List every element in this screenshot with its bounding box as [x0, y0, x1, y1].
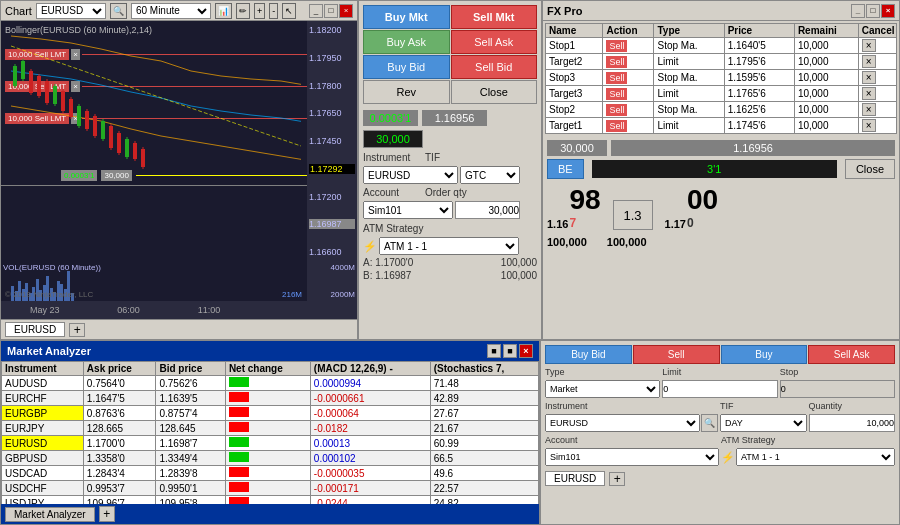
- ab-row-b: B: 1.16987 100,000: [359, 269, 541, 282]
- fxpro-search-btn[interactable]: 🔍: [701, 414, 718, 432]
- limit-input[interactable]: [662, 380, 777, 398]
- ma-tab[interactable]: Market Analyzer: [5, 507, 95, 522]
- ma-col-stoch: (Stochastics 7,: [430, 362, 538, 376]
- price-3: 1.17800: [309, 81, 355, 91]
- order-type: Stop Ma.: [654, 70, 724, 86]
- svg-rect-24: [109, 126, 113, 148]
- fxpro-qty-input[interactable]: [809, 414, 896, 432]
- ma-add-tab-btn[interactable]: +: [99, 506, 115, 522]
- svg-rect-32: [141, 149, 145, 167]
- ma-icon-2[interactable]: ■: [503, 344, 517, 358]
- ma-net-indicator: [225, 406, 310, 421]
- fxpro-buy-bid-btn[interactable]: Buy Bid: [545, 345, 632, 364]
- buy-bid-button[interactable]: Buy Bid: [363, 55, 449, 79]
- minimize-btn[interactable]: _: [309, 4, 323, 18]
- qty-input[interactable]: [363, 130, 423, 148]
- time-label-1: May 23: [30, 305, 60, 315]
- fxpro-instrument-select[interactable]: EURUSD: [545, 414, 700, 432]
- order-price: 1.1625'6: [724, 102, 794, 118]
- sell-mkt-button[interactable]: Sell Mkt: [451, 5, 538, 29]
- fxpro-close-btn[interactable]: ×: [881, 4, 895, 18]
- fxpro-maximize-btn[interactable]: □: [866, 4, 880, 18]
- ma-bid: 1.1698'7: [156, 436, 225, 451]
- search-button[interactable]: 🔍: [110, 3, 127, 19]
- fxpro-order-row: Target3 Sell Limit 1.1765'6 10,000 ×: [546, 86, 897, 102]
- zoom-out-btn[interactable]: -: [269, 3, 278, 19]
- ma-col-bid: Bid price: [156, 362, 225, 376]
- stop-input[interactable]: [780, 380, 895, 398]
- ma-row: AUDUSD 0.7564'0 0.7562'6 0.0000994 71.48: [2, 376, 539, 391]
- svg-rect-26: [117, 133, 121, 153]
- col-price: Price: [724, 24, 794, 38]
- atm-with-icon: ⚡ ATM 1 - 1: [721, 448, 895, 466]
- fxpro-atm-select[interactable]: ATM 1 - 1: [736, 448, 895, 466]
- price-8: 1.16987: [309, 219, 355, 229]
- fxpro-tif-select[interactable]: DAY: [720, 414, 807, 432]
- maximize-btn[interactable]: □: [324, 4, 338, 18]
- order-name: Target2: [546, 54, 603, 70]
- fxpro-buy-btn[interactable]: Buy: [721, 345, 808, 364]
- stop-label: Stop: [780, 367, 895, 377]
- b-value: 100,000: [501, 270, 537, 281]
- type-select[interactable]: Market: [545, 380, 660, 398]
- sell-bid-button[interactable]: Sell Bid: [451, 55, 538, 79]
- order-qty-input[interactable]: [455, 201, 520, 219]
- order-name: Stop2: [546, 102, 603, 118]
- account-select[interactable]: Sim101: [363, 201, 453, 219]
- buy-mkt-button[interactable]: Buy Mkt: [363, 5, 449, 29]
- close-lmt-1[interactable]: ×: [71, 49, 80, 60]
- pencil-btn[interactable]: ✏: [236, 3, 250, 19]
- ma-stoch: 42.89: [430, 391, 538, 406]
- ma-bid: 0.9950'1: [156, 481, 225, 496]
- atm-strategy-select[interactable]: ATM 1 - 1: [379, 237, 519, 255]
- fxpro-account-select[interactable]: Sim101: [545, 448, 719, 466]
- order-price-display: 1.16956: [422, 110, 487, 126]
- ma-col-ask: Ask price: [83, 362, 156, 376]
- timeframe-select[interactable]: 60 Minute: [131, 3, 211, 19]
- order-price: 1.1745'6: [724, 118, 794, 134]
- instrument-select[interactable]: EURUSD: [363, 166, 458, 184]
- close-button[interactable]: Close: [451, 80, 538, 104]
- close-lmt-2[interactable]: ×: [71, 81, 80, 92]
- order-cancel[interactable]: ×: [858, 102, 896, 118]
- ma-macd: -0.0000661: [310, 391, 430, 406]
- ma-stoch: 24.82: [430, 496, 538, 505]
- be-button[interactable]: BE: [547, 159, 584, 179]
- chart-icon-btn[interactable]: 📊: [215, 3, 232, 19]
- add-chart-tab-btn[interactable]: +: [69, 323, 85, 337]
- chart-tab[interactable]: EURUSD: [5, 322, 65, 337]
- lot-right: 100,000: [607, 236, 647, 248]
- fxpro-sell-ask-btn[interactable]: Sell Ask: [808, 345, 895, 364]
- close-lmt-3[interactable]: ×: [71, 113, 80, 124]
- rev-button[interactable]: Rev: [363, 80, 449, 104]
- a-value: 100,000: [501, 257, 537, 268]
- zoom-in-btn[interactable]: +: [254, 3, 265, 19]
- price-right-main: 1.17: [665, 218, 686, 230]
- tif-select[interactable]: GTC: [460, 166, 520, 184]
- ma-row: GBPUSD 1.3358'0 1.3349'4 0.000102 66.5: [2, 451, 539, 466]
- order-cancel[interactable]: ×: [858, 38, 896, 54]
- fxpro-minimize-btn[interactable]: _: [851, 4, 865, 18]
- order-cancel[interactable]: ×: [858, 70, 896, 86]
- order-cancel[interactable]: ×: [858, 54, 896, 70]
- order-cancel[interactable]: ×: [858, 118, 896, 134]
- cursor-btn[interactable]: ↖: [282, 3, 296, 19]
- fxpro-close-position-btn[interactable]: Close: [845, 159, 895, 179]
- order-cancel[interactable]: ×: [858, 86, 896, 102]
- ma-close-btn[interactable]: ×: [519, 344, 533, 358]
- fxpro-add-tab-btn[interactable]: +: [609, 472, 625, 486]
- fxpro-sell-btn[interactable]: Sell: [633, 345, 720, 364]
- buy-ask-button[interactable]: Buy Ask: [363, 30, 449, 54]
- close-window-btn[interactable]: ×: [339, 4, 353, 18]
- b-label: B: 1.16987: [363, 270, 411, 281]
- instrument-select[interactable]: EURUSD: [36, 3, 106, 19]
- chart-titlebar: Chart EURUSD 🔍 60 Minute 📊 ✏ + - ↖ _ □ ×: [1, 1, 357, 21]
- ma-titlebar: Market Analyzer ■ ■ ×: [1, 341, 539, 361]
- mid-price-input[interactable]: [613, 200, 653, 230]
- svg-rect-2: [21, 61, 25, 79]
- fxpro-qty-label: Quantity: [809, 401, 896, 411]
- sell-ask-button[interactable]: Sell Ask: [451, 30, 538, 54]
- ma-icon-1[interactable]: ■: [487, 344, 501, 358]
- svg-rect-28: [125, 139, 129, 157]
- fxpro-instrument-tab[interactable]: EURUSD: [545, 471, 605, 486]
